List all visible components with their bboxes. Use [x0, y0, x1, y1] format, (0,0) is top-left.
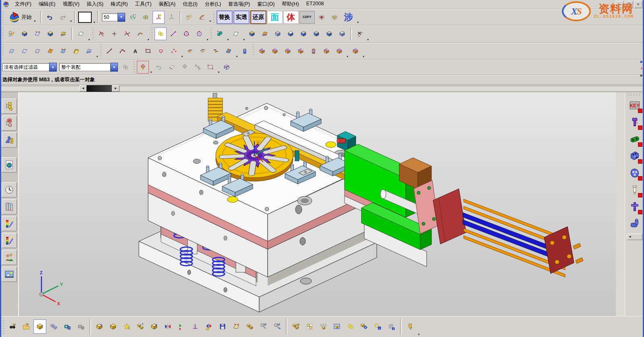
rectangle-icon[interactable]: [142, 45, 154, 58]
offset-surface-icon[interactable]: [44, 45, 56, 58]
curve-trim2-icon[interactable]: [121, 27, 133, 40]
edge-blend-icon[interactable]: [272, 27, 284, 40]
bend-surface-icon[interactable]: [57, 27, 69, 40]
toolbar-overflow-marks[interactable]: ▶ ✦ ▶: [639, 60, 644, 77]
save-icon[interactable]: [216, 319, 229, 334]
move-face-icon[interactable]: +: [256, 45, 268, 58]
toolbar-grip[interactable]: [628, 94, 641, 96]
pattern-feature-icon[interactable]: □: [336, 27, 348, 40]
scrollbar-thumb[interactable]: [87, 85, 112, 92]
unsuppress-icon[interactable]: +: [271, 319, 284, 334]
pick-tree-icon[interactable]: [192, 61, 204, 74]
copy-face-icon[interactable]: □: [333, 45, 345, 58]
translucent-button[interactable]: 实透: [233, 10, 250, 24]
wcs-dynamics-icon[interactable]: [165, 11, 178, 24]
toolbar-grip[interactable]: [252, 44, 254, 58]
perpendicular-icon[interactable]: [189, 319, 202, 334]
circle-3pt-icon[interactable]: [180, 27, 192, 40]
line-point-icon[interactable]: [167, 27, 180, 40]
mold-assembly-model[interactable]: ZC: [19, 92, 616, 316]
fillet-curve-icon[interactable]: [134, 27, 146, 40]
visualization-icon[interactable]: [2, 216, 17, 231]
delete-face-icon[interactable]: ×: [320, 45, 332, 58]
assembly-constraints-icon[interactable]: [161, 319, 174, 334]
scroll-right-button[interactable]: ►: [112, 85, 120, 92]
menu-o[interactable]: 窗口(O): [254, 0, 278, 8]
pad-icon[interactable]: ↑: [44, 27, 56, 40]
trim-body-icon[interactable]: /: [297, 27, 310, 40]
relations-icon[interactable]: i: [372, 319, 384, 334]
update-structure-icon[interactable]: ✓: [404, 319, 417, 334]
split-body-icon[interactable]: [19, 27, 31, 40]
hole-icon[interactable]: ●: [310, 27, 322, 40]
join-curve-icon[interactable]: [155, 27, 167, 40]
wcs-display-icon[interactable]: [153, 11, 165, 24]
chevron-down-icon[interactable]: ▼: [88, 38, 91, 42]
toolbar-grip[interactable]: [92, 27, 94, 41]
swept-icon[interactable]: [259, 27, 271, 40]
color-swatch[interactable]: [78, 12, 92, 23]
ruled-surface-icon[interactable]: [6, 45, 18, 58]
assembly-info-icon[interactable]: i: [385, 319, 398, 334]
toolbar-grip[interactable]: [2, 319, 4, 335]
selection-scope-value[interactable]: 整个装配: [59, 63, 110, 71]
chevron-down-icon[interactable]: ▼: [362, 55, 365, 59]
point-set-icon[interactable]: [168, 45, 180, 58]
redo-icon[interactable]: [57, 11, 69, 24]
chevron-down-icon[interactable]: ▼: [235, 55, 238, 59]
chevron-down-icon[interactable]: ▼: [243, 38, 246, 42]
snapshot-icon[interactable]: [61, 319, 74, 334]
chevron-down-icon[interactable]: ▼: [49, 63, 57, 72]
menu-et2008[interactable]: ET2008: [303, 0, 328, 8]
chevron-down-icon[interactable]: ▼: [346, 55, 349, 59]
menu-i[interactable]: 信息(I): [179, 0, 201, 8]
scroll-left-button[interactable]: ◄: [79, 85, 87, 92]
screw-library-icon[interactable]: [627, 114, 643, 130]
cylinder-face-icon[interactable]: [308, 45, 320, 58]
graphics-viewport[interactable]: ZC: [19, 92, 616, 316]
plate-part-icon[interactable]: [627, 165, 643, 181]
chevron-down-icon[interactable]: ▼: [181, 55, 184, 59]
reuse-library-icon[interactable]: [2, 157, 17, 173]
wave-surface-icon[interactable]: [83, 45, 95, 58]
close-button[interactable]: ✕: [634, 1, 642, 8]
mirror-assembly-icon[interactable]: [230, 319, 243, 334]
marquee-select-icon[interactable]: [204, 61, 217, 74]
menu-e[interactable]: 编辑(E): [35, 0, 59, 8]
toolbar-grip[interactable]: [2, 27, 4, 41]
toolbar-grip[interactable]: [151, 27, 153, 41]
find-component-icon[interactable]: [6, 319, 19, 334]
snapshot-disabled-icon[interactable]: [74, 319, 87, 334]
deform-surface-icon[interactable]: [31, 27, 43, 40]
show-dof-icon[interactable]: [175, 319, 188, 334]
line-icon[interactable]: [103, 45, 116, 58]
mirror-component-icon[interactable]: [202, 319, 215, 334]
selection-filter-value[interactable]: 没有选择过滤器: [2, 63, 49, 71]
extrude-icon[interactable]: [246, 27, 258, 40]
shell-icon[interactable]: [285, 27, 297, 40]
datum-plane-icon[interactable]: [75, 27, 87, 40]
resize-face-icon[interactable]: ↔: [349, 45, 361, 58]
overflow-chevron-icon[interactable]: ▶: [640, 74, 643, 77]
orient-icon[interactable]: [179, 61, 191, 74]
menu-r[interactable]: 格式(R): [107, 0, 131, 8]
undo-gray-icon[interactable]: [153, 61, 165, 74]
hydraulic-cylinder-assembly[interactable]: [345, 144, 583, 277]
chevron-down-icon[interactable]: ▼: [150, 71, 153, 75]
copy-button[interactable]: COPY: [299, 11, 315, 24]
toolbar-grip[interactable]: [213, 11, 215, 24]
red-cube-icon[interactable]: [316, 11, 328, 24]
unwrap-icon[interactable]: [223, 45, 235, 58]
key-library-icon[interactable]: KEY: [627, 97, 643, 113]
collapse-panel-button[interactable]: ◄: [627, 234, 642, 240]
suppress-icon[interactable]: [257, 319, 270, 334]
boolean-icon[interactable]: +: [214, 27, 226, 40]
open-component-icon[interactable]: [20, 319, 33, 334]
sequence-icon[interactable]: [303, 319, 316, 334]
blend-face-icon[interactable]: ▲: [295, 45, 307, 58]
layer-value[interactable]: 50: [102, 13, 118, 21]
hide-component-icon[interactable]: [47, 319, 60, 334]
overflow-close-icon[interactable]: ✦: [640, 67, 643, 70]
chevron-down-icon[interactable]: ▼: [118, 13, 125, 22]
ejector-pin-icon[interactable]: [627, 182, 643, 198]
